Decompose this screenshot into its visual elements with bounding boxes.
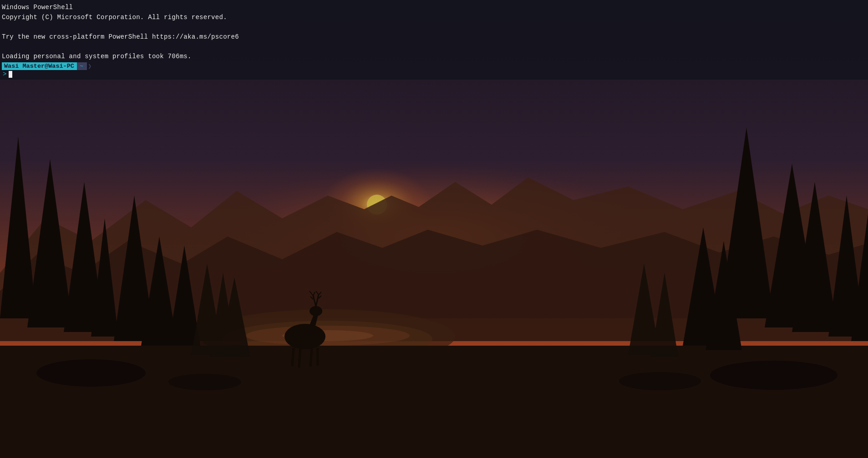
terminal-line-5 bbox=[2, 42, 866, 52]
svg-point-12 bbox=[284, 324, 325, 349]
terminal-line-3 bbox=[2, 22, 866, 32]
cursor-symbol: > bbox=[3, 70, 6, 78]
svg-line-25 bbox=[310, 348, 312, 367]
terminal-window: Windows PowerShell Copyright (C) Microso… bbox=[0, 0, 868, 80]
svg-line-24 bbox=[299, 348, 300, 367]
svg-point-51 bbox=[168, 374, 241, 390]
svg-point-50 bbox=[710, 361, 838, 390]
svg-point-14 bbox=[310, 306, 322, 316]
prompt-row[interactable]: Wasi Master@Wasi-PC ~ ❯ bbox=[2, 62, 866, 70]
svg-line-23 bbox=[292, 348, 294, 366]
terminal-line-6: Loading personal and system profiles too… bbox=[2, 52, 866, 62]
svg-point-49 bbox=[36, 359, 146, 387]
prompt-arrow: ❯ bbox=[88, 62, 91, 70]
terminal-line-1: Windows PowerShell bbox=[2, 3, 866, 13]
prompt-user-badge: Wasi Master@Wasi-PC bbox=[2, 62, 77, 70]
terminal-line-2: Copyright (C) Microsoft Corporation. All… bbox=[2, 13, 866, 23]
cursor-line[interactable]: > bbox=[2, 70, 866, 78]
prompt-tilde: ~ bbox=[77, 62, 87, 70]
svg-point-52 bbox=[619, 372, 701, 390]
terminal-line-4: Try the new cross-platform PowerShell ht… bbox=[2, 32, 866, 42]
terminal-cursor bbox=[9, 71, 12, 78]
